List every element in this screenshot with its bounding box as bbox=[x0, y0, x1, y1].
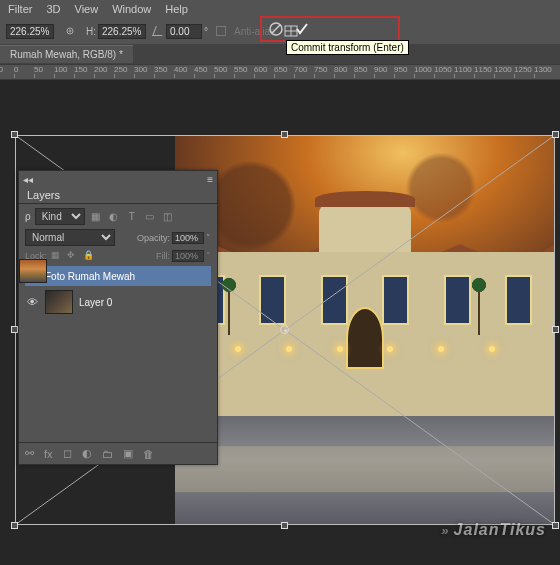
handle-bottom-right[interactable] bbox=[552, 522, 559, 529]
filter-pixel-icon[interactable]: ▦ bbox=[89, 210, 103, 224]
ruler-tick: 850 bbox=[354, 65, 367, 74]
filter-type-icon[interactable]: T bbox=[125, 210, 139, 224]
ruler-tick: 400 bbox=[174, 65, 187, 74]
ruler-tick: 0 bbox=[14, 65, 18, 74]
watermark: »JalanTikus bbox=[441, 521, 546, 539]
commit-transform-icon[interactable] bbox=[294, 21, 310, 37]
new-layer-icon[interactable]: ▣ bbox=[123, 447, 133, 460]
layers-panel-footer: ⚯ fx ◻ ◐ 🗀 ▣ 🗑 bbox=[19, 442, 217, 464]
cancel-transform-icon[interactable] bbox=[268, 21, 284, 37]
ruler-tick: 100 bbox=[54, 65, 67, 74]
ruler-tick: 150 bbox=[74, 65, 87, 74]
ruler-tick: 1200 bbox=[494, 65, 512, 74]
handle-top[interactable] bbox=[281, 131, 288, 138]
group-icon[interactable]: 🗀 bbox=[102, 448, 113, 460]
menu-filter[interactable]: Filter bbox=[8, 3, 32, 15]
ruler-tick: 50 bbox=[34, 65, 43, 74]
menu-window[interactable]: Window bbox=[112, 3, 151, 15]
layer-item[interactable]: 👁 Layer 0 bbox=[25, 286, 211, 318]
svg-line-2 bbox=[272, 25, 280, 33]
ruler-tick: 900 bbox=[374, 65, 387, 74]
angle-unit: ° bbox=[204, 26, 208, 37]
handle-right[interactable] bbox=[552, 326, 559, 333]
ruler-tick: 650 bbox=[274, 65, 287, 74]
ruler-tick: 500 bbox=[214, 65, 227, 74]
fill-input[interactable] bbox=[172, 250, 204, 262]
fx-icon[interactable]: fx bbox=[44, 448, 53, 460]
canvas-area[interactable]: ◂◂ ≡ Layers ρ Kind ▦ ◐ T ▭ ◫ Normal Opac… bbox=[0, 80, 560, 565]
ruler-tick: 250 bbox=[114, 65, 127, 74]
handle-left[interactable] bbox=[11, 326, 18, 333]
handle-top-right[interactable] bbox=[552, 131, 559, 138]
ruler-tick: 750 bbox=[314, 65, 327, 74]
adjustment-icon[interactable]: ◐ bbox=[82, 447, 92, 460]
ruler-tick: 550 bbox=[234, 65, 247, 74]
options-bar: H: ° Anti-alias Commit transform (Enter) bbox=[0, 18, 560, 44]
ruler-tick: 450 bbox=[194, 65, 207, 74]
lock-all-icon[interactable]: 🔒 bbox=[83, 250, 95, 262]
layer-filter-row: ρ Kind ▦ ◐ T ▭ ◫ bbox=[25, 208, 211, 225]
blend-mode-select[interactable]: Normal bbox=[25, 229, 115, 246]
layer-thumbnail[interactable] bbox=[45, 290, 73, 314]
visibility-icon[interactable]: 👁 bbox=[25, 296, 39, 308]
ruler-tick: 50 bbox=[0, 65, 3, 74]
tooltip: Commit transform (Enter) bbox=[286, 40, 409, 55]
ruler-tick: 350 bbox=[154, 65, 167, 74]
handle-top-left[interactable] bbox=[11, 131, 18, 138]
fill-label: Fill: bbox=[156, 251, 170, 261]
angle-icon bbox=[152, 26, 166, 36]
ruler-tick: 300 bbox=[134, 65, 147, 74]
layer-name[interactable]: Layer 0 bbox=[79, 297, 112, 308]
opacity-chevron-icon[interactable]: ˅ bbox=[206, 233, 211, 243]
fill-chevron-icon[interactable]: ˅ bbox=[206, 251, 211, 261]
layers-panel: ◂◂ ≡ Layers ρ Kind ▦ ◐ T ▭ ◫ Normal Opac… bbox=[18, 170, 218, 465]
link-layers-icon[interactable]: ⚯ bbox=[25, 447, 34, 460]
panel-collapse-icon[interactable]: ◂◂ bbox=[23, 174, 33, 185]
filter-smart-icon[interactable]: ◫ bbox=[161, 210, 175, 224]
ruler-tick: 1250 bbox=[514, 65, 532, 74]
ruler-tick: 700 bbox=[294, 65, 307, 74]
ruler-tick: 1100 bbox=[454, 65, 472, 74]
handle-bottom[interactable] bbox=[281, 522, 288, 529]
filter-kind-select[interactable]: Kind bbox=[35, 208, 85, 225]
filter-adjust-icon[interactable]: ◐ bbox=[107, 210, 121, 224]
opacity-label: Opacity: bbox=[137, 233, 170, 243]
panel-menu-icon[interactable]: ≡ bbox=[207, 174, 213, 185]
ruler-tick: 1000 bbox=[414, 65, 432, 74]
width-input[interactable] bbox=[6, 24, 54, 39]
lock-position-icon[interactable]: ✥ bbox=[67, 250, 79, 262]
document-tab[interactable]: Rumah Mewah, RGB/8) * bbox=[0, 45, 133, 63]
menu-3d[interactable]: 3D bbox=[46, 3, 60, 15]
handle-center[interactable] bbox=[280, 325, 289, 334]
layer-item[interactable]: 👁 Foto Rumah Mewah bbox=[25, 266, 211, 286]
anti-alias-checkbox[interactable] bbox=[216, 26, 226, 36]
ruler-horizontal: 5005010015020025030035040045050055060065… bbox=[0, 64, 560, 80]
document-tabstrip: Rumah Mewah, RGB/8) * bbox=[0, 44, 560, 64]
layer-thumbnail[interactable] bbox=[19, 259, 47, 283]
ruler-tick: 1150 bbox=[474, 65, 492, 74]
layer-name[interactable]: Foto Rumah Mewah bbox=[45, 271, 135, 282]
ruler-tick: 200 bbox=[94, 65, 107, 74]
mask-icon[interactable]: ◻ bbox=[63, 447, 72, 460]
menu-help[interactable]: Help bbox=[165, 3, 188, 15]
ruler-tick: 950 bbox=[394, 65, 407, 74]
height-input[interactable] bbox=[98, 24, 146, 39]
commit-highlight bbox=[260, 16, 400, 42]
delete-layer-icon[interactable]: 🗑 bbox=[143, 448, 154, 460]
ruler-tick: 600 bbox=[254, 65, 267, 74]
handle-bottom-left[interactable] bbox=[11, 522, 18, 529]
filter-shape-icon[interactable]: ▭ bbox=[143, 210, 157, 224]
layers-tab[interactable]: Layers bbox=[19, 185, 217, 204]
height-label: H: bbox=[86, 26, 96, 37]
ruler-tick: 800 bbox=[334, 65, 347, 74]
menu-view[interactable]: View bbox=[75, 3, 99, 15]
opacity-input[interactable] bbox=[172, 232, 204, 244]
ruler-tick: 1300 bbox=[534, 65, 552, 74]
ruler-tick: 1050 bbox=[434, 65, 452, 74]
link-icon[interactable] bbox=[62, 23, 78, 39]
watermark-icon: » bbox=[441, 523, 449, 538]
angle-input[interactable] bbox=[166, 24, 202, 39]
lock-pixels-icon[interactable]: ▦ bbox=[51, 250, 63, 262]
